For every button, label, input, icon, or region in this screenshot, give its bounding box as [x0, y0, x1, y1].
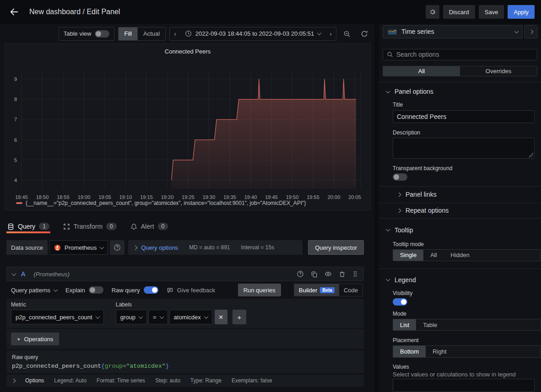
refresh-button[interactable] — [357, 24, 371, 43]
actual-option[interactable]: Actual — [137, 27, 165, 40]
query-options-toggle[interactable]: Query options — [134, 244, 178, 251]
label-name-value: group — [120, 314, 135, 321]
raw-token: group — [105, 363, 123, 370]
visualization-picker[interactable]: Time series — [383, 25, 523, 38]
discard-button[interactable]: Discard — [443, 5, 475, 19]
zoom-out-button[interactable] — [340, 24, 354, 43]
chevron-right-icon — [397, 192, 401, 197]
back-button[interactable] — [6, 4, 22, 20]
query-options-row[interactable]: Options Legend: Auto Format: Time series… — [6, 375, 364, 387]
option-format: Format: Time series — [97, 377, 145, 384]
legend-placement-group: Bottom Right — [393, 345, 541, 358]
legend-visibility-label: Visibility — [393, 290, 535, 296]
time-range-back-button[interactable]: ‹ — [170, 27, 180, 40]
save-button[interactable]: Save — [479, 5, 504, 19]
collapse-chevron-icon[interactable] — [12, 271, 16, 276]
builder-option[interactable]: Builder Beta — [294, 284, 339, 296]
description-textarea-wrap — [393, 138, 535, 159]
drag-handle-icon[interactable] — [352, 271, 358, 277]
tooltip-mode-single[interactable]: Single — [393, 250, 423, 261]
query-refid[interactable]: A — [21, 270, 25, 278]
toggle-viz-picker-button[interactable] — [525, 25, 537, 38]
legend-values-input[interactable] — [393, 379, 535, 392]
panel-settings-button[interactable] — [426, 5, 439, 19]
time-picker-group: ‹ 2022-09-03 18:44:05 to 2022-09-03 20:0… — [169, 27, 336, 41]
repeat-options-section[interactable]: Repeat options — [379, 203, 541, 218]
label-name-select[interactable]: group — [116, 310, 147, 324]
give-feedback-link[interactable]: Give feedback — [167, 287, 215, 294]
tooltip-section-header[interactable]: Tooltip — [379, 226, 541, 234]
query-row-header[interactable]: A (Prometheus) — [6, 267, 364, 281]
chevron-down-icon — [386, 227, 390, 231]
datasource-help-button[interactable] — [110, 240, 124, 255]
label-operator-select[interactable]: = — [148, 310, 168, 324]
tab-query-badge: 1 — [39, 223, 49, 230]
run-queries-button[interactable]: Run queries — [238, 284, 281, 296]
panel-description-textarea[interactable] — [393, 138, 535, 159]
time-series-viz-icon — [387, 28, 397, 35]
remove-label-button[interactable]: ✕ — [215, 310, 227, 324]
panel-options-section-header[interactable]: Panel options — [379, 88, 541, 95]
query-inspector-button[interactable]: Query inspector — [308, 240, 364, 255]
search-options-box — [383, 49, 537, 60]
legend-swatch — [16, 202, 22, 204]
query-help-icon[interactable] — [297, 270, 304, 278]
resize-handle-icon[interactable] — [529, 153, 533, 157]
datasource-name: Prometheus — [65, 244, 97, 251]
legend-section-header[interactable]: Legend — [379, 276, 541, 284]
datasource-picker[interactable]: Prometheus — [49, 240, 108, 255]
tooltip-title: Tooltip — [395, 226, 413, 234]
tooltip-mode-all[interactable]: All — [423, 250, 444, 261]
tooltip-mode-hidden[interactable]: Hidden — [444, 250, 476, 261]
svg-text:19:25: 19:25 — [182, 194, 195, 199]
code-option[interactable]: Code — [339, 284, 362, 296]
time-range-forward-button[interactable]: › — [325, 27, 336, 40]
panel-links-section[interactable]: Panel links — [379, 187, 541, 202]
tab-all[interactable]: All — [383, 66, 460, 76]
svg-text:20:00: 20:00 — [328, 194, 341, 199]
time-range-button[interactable]: 2022-09-03 18:44:05 to 2022-09-03 20:05:… — [180, 27, 326, 40]
legend-placement-right[interactable]: Right — [426, 346, 453, 357]
tooltip-mode-group: Single All Hidden — [393, 249, 541, 261]
fill-option[interactable]: Fill — [119, 27, 137, 40]
chart-legend[interactable]: {__name__="p2p_connected_peers_count", g… — [16, 200, 306, 206]
explain-label: Explain — [65, 287, 85, 294]
eye-icon[interactable] — [325, 270, 332, 278]
legend-visibility-switch[interactable] — [393, 298, 407, 306]
tab-overrides[interactable]: Overrides — [460, 66, 537, 76]
legend-mode-list[interactable]: List — [393, 319, 416, 331]
raw-query-switch[interactable] — [144, 286, 158, 294]
tab-transform[interactable]: Transform 0 — [62, 220, 118, 233]
chevron-down-icon — [159, 314, 164, 319]
explain-switch[interactable] — [89, 286, 103, 294]
duplicate-query-icon[interactable] — [311, 271, 318, 278]
legend-mode-table[interactable]: Table — [416, 319, 444, 331]
time-series-chart[interactable]: 18:4518:5018:5519:0019:0519:1019:1519:20… — [5, 44, 370, 199]
legend-placement-bottom[interactable]: Bottom — [393, 346, 426, 357]
chevron-right-icon — [397, 208, 401, 213]
label-value-select[interactable]: atomicdex — [169, 310, 212, 324]
apply-button[interactable]: Apply — [508, 5, 535, 19]
svg-text:8: 8 — [14, 97, 17, 102]
raw-token: p2p_connected_peers_count — [12, 363, 101, 370]
title-field-label: Title — [393, 102, 535, 108]
chevron-down-icon — [386, 89, 390, 93]
chevron-down-icon — [95, 314, 100, 319]
gear-icon — [429, 8, 436, 16]
transparent-bg-switch[interactable] — [393, 173, 407, 181]
panel-title-input[interactable] — [393, 110, 535, 123]
add-operations-button[interactable]: + Operations — [11, 333, 59, 345]
svg-text:19:40: 19:40 — [244, 194, 257, 199]
add-label-button[interactable]: + — [233, 310, 246, 324]
metric-select[interactable]: p2p_connected_peers_count — [11, 310, 104, 324]
table-view-switch[interactable] — [95, 30, 109, 38]
query-patterns-button[interactable]: Query patterns — [11, 287, 57, 294]
svg-text:9: 9 — [14, 76, 17, 82]
raw-query-toggle-row: Raw query — [112, 286, 158, 294]
search-options-input[interactable] — [396, 51, 533, 58]
trash-icon[interactable] — [339, 271, 346, 278]
edit-tabs: Query 1 Transform 0 Alert 0 — [6, 220, 364, 233]
tab-alert[interactable]: Alert 0 — [130, 220, 169, 233]
chevron-right-icon — [133, 245, 138, 250]
tab-query[interactable]: Query 1 — [6, 220, 50, 233]
